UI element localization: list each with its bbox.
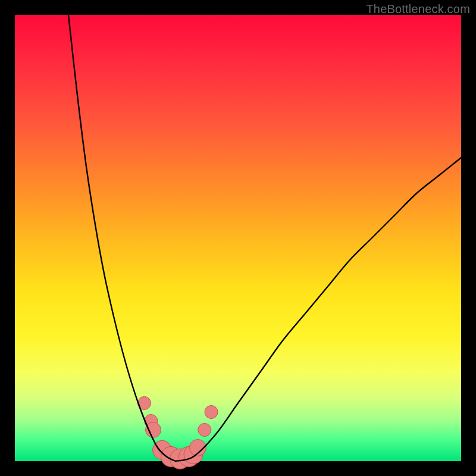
right-branch-curve	[176, 158, 461, 461]
watermark-text: TheBottleneck.com	[366, 2, 470, 16]
left-branch-curve	[68, 15, 176, 461]
chart-svg	[15, 15, 461, 461]
highlight-marker	[146, 422, 161, 438]
highlight-marker	[205, 406, 218, 419]
chart-frame: TheBottleneck.com	[0, 0, 476, 476]
highlight-marker	[198, 424, 211, 437]
